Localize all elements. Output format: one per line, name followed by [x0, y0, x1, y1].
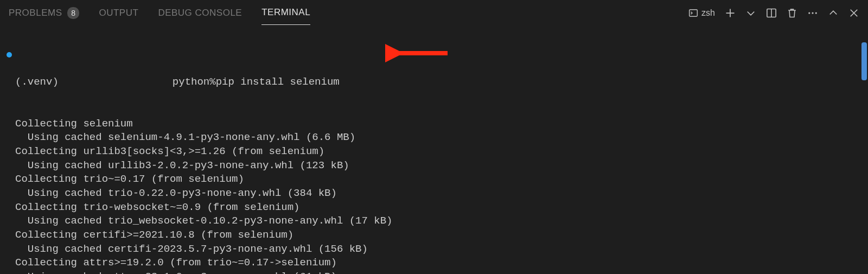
more-actions-button[interactable]: [807, 8, 818, 18]
prompt-line: (.venv) python % pip install selenium: [15, 75, 856, 90]
tab-problems[interactable]: PROBLEMS 8: [9, 1, 79, 26]
output-line: Using cached selenium-4.9.1-py3-none-any…: [15, 131, 856, 145]
output-line: Using cached trio-0.22.0-py3-none-any.wh…: [15, 187, 856, 201]
output-line: Using cached urllib3-2.0.2-py3-none-any.…: [15, 159, 856, 173]
output-line: Using cached attrs-23.1.0-py3-none-any.w…: [15, 270, 856, 274]
maximize-panel-button[interactable]: [828, 8, 839, 18]
tab-terminal[interactable]: TERMINAL: [261, 1, 310, 25]
tab-debug-label: DEBUG CONSOLE: [158, 8, 242, 18]
prompt-separator: %: [209, 75, 215, 90]
terminal-scrollbar[interactable]: [861, 42, 867, 80]
panel-tabbar: PROBLEMS 8 OUTPUT DEBUG CONSOLE TERMINAL…: [0, 0, 868, 26]
svg-rect-0: [690, 9, 698, 16]
split-terminal-button[interactable]: [766, 8, 777, 18]
output-line: Collecting selenium: [15, 117, 856, 131]
cwd-label: python: [173, 75, 209, 90]
tab-terminal-label: TERMINAL: [261, 7, 310, 18]
output-line: Collecting urllib3[socks]<3,>=1.26 (from…: [15, 145, 856, 159]
split-icon: [766, 8, 777, 18]
panel-tabs: PROBLEMS 8 OUTPUT DEBUG CONSOLE TERMINAL: [9, 1, 310, 26]
chevron-down-icon: [745, 8, 756, 18]
close-icon: [848, 8, 859, 18]
chevron-up-icon: [828, 8, 839, 18]
shell-indicator[interactable]: zsh: [688, 8, 715, 18]
redacted-user-host: [59, 77, 173, 88]
output-line: Collecting trio-websocket~=0.9 (from sel…: [15, 201, 856, 215]
plus-icon: [725, 8, 736, 18]
terminal-icon: [688, 8, 698, 18]
tab-problems-label: PROBLEMS: [9, 8, 62, 18]
close-panel-button[interactable]: [848, 8, 859, 18]
svg-point-4: [815, 12, 817, 14]
terminal-launch-dropdown[interactable]: [745, 8, 756, 18]
svg-point-2: [808, 12, 810, 14]
svg-point-3: [812, 12, 813, 14]
problems-badge: 8: [67, 7, 79, 19]
tab-output[interactable]: OUTPUT: [99, 1, 138, 25]
output-line: Collecting attrs>=19.2.0 (from trio~=0.1…: [15, 256, 856, 270]
trash-icon: [787, 8, 797, 18]
output-line: Collecting trio~=0.17 (from selenium): [15, 173, 856, 187]
output-line: Using cached trio_websocket-0.10.2-py3-n…: [15, 214, 856, 228]
active-terminal-indicator: [7, 52, 12, 58]
ellipsis-icon: [807, 8, 818, 18]
shell-name: zsh: [701, 8, 715, 18]
venv-label: (.venv): [15, 75, 59, 90]
terminal-toolbar: zsh: [688, 8, 859, 18]
output-line: Collecting certifi>=2021.10.8 (from sele…: [15, 228, 856, 243]
tab-debug-console[interactable]: DEBUG CONSOLE: [158, 1, 242, 25]
command-text: pip install selenium: [216, 75, 340, 90]
kill-terminal-button[interactable]: [787, 8, 797, 18]
output-line: Using cached certifi-2023.5.7-py3-none-a…: [15, 243, 856, 257]
new-terminal-button[interactable]: [725, 8, 736, 18]
output-lines: Collecting selenium Using cached seleniu…: [15, 117, 856, 274]
tab-output-label: OUTPUT: [99, 8, 138, 18]
terminal-output[interactable]: (.venv) python % pip install selenium Co…: [0, 26, 868, 274]
